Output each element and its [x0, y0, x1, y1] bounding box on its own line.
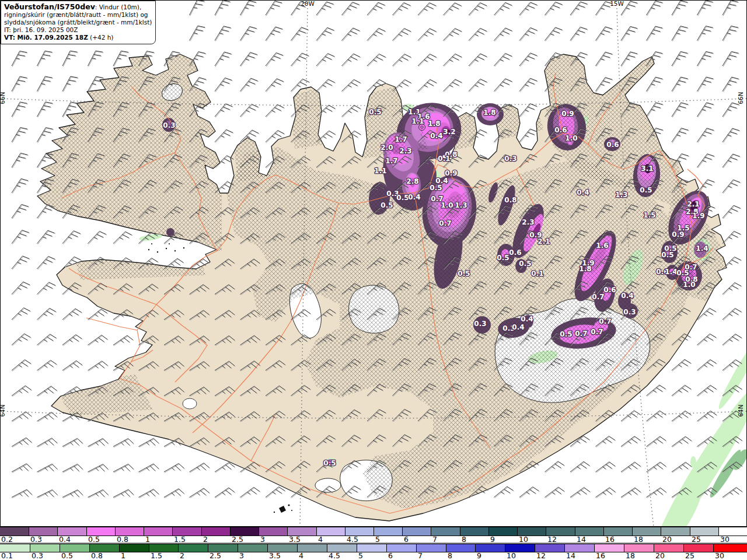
- precip-value-label: 0.5: [497, 254, 509, 262]
- colorbar-tick-label: 25: [685, 552, 694, 559]
- colorbar-tick-label: 1.5: [151, 552, 162, 559]
- weather-map-stage: 20W15W66N66N64N64N 0.51.11.61.11.83.20.4…: [0, 0, 747, 560]
- colorbar-tick-label: 14: [566, 552, 575, 559]
- precip-value-label: 0.5: [661, 251, 673, 259]
- precip-value-label: 2.8: [406, 177, 418, 186]
- precip-value-label: 0.9: [561, 110, 574, 118]
- precip-value-label: 3.2: [443, 128, 455, 136]
- colorbar-tick-label: 2: [203, 536, 208, 543]
- colorbar-tick-label: 10: [519, 536, 528, 543]
- precip-value-label: 1.0: [565, 134, 577, 142]
- precip-value-label: 0.9: [672, 230, 684, 239]
- precip-value-label: 0.4: [430, 132, 442, 140]
- colorbar-segment: [57, 527, 86, 536]
- precip-value-label: 1.4: [696, 244, 708, 253]
- colorbar-segment: [632, 527, 661, 536]
- colorbar-tick-label: 2: [180, 552, 184, 559]
- parallel-label: 64N: [737, 404, 744, 416]
- colorbar-tick-label: 1.5: [174, 536, 186, 543]
- colorbar-tick-label: 3: [260, 536, 265, 543]
- colorbar-tick-label: 25: [692, 536, 701, 543]
- colorbar-segment: [230, 527, 259, 536]
- colorbar-tick-label: 0.8: [117, 536, 128, 543]
- colorbar-tick-label: 20: [662, 536, 672, 543]
- colorbar-tick-label: 4.5: [329, 552, 340, 559]
- colorbar-tick-label: 6: [404, 536, 409, 543]
- parallel-label: 66N: [737, 92, 744, 104]
- colorbar-segment: [546, 527, 575, 536]
- precip-value-label: 0.6: [554, 126, 567, 134]
- precip-value-label: 0.7: [575, 330, 587, 338]
- colorbar-tick-label: 16: [596, 552, 605, 559]
- precip-value-label: 1.3: [615, 191, 627, 199]
- colorbar-tick-label: 5: [358, 552, 363, 559]
- precip-value-label: 0.4: [408, 193, 420, 201]
- precip-value-label: 0.3: [163, 121, 175, 130]
- colorbar-tick-label: 12: [536, 552, 546, 559]
- colorbar-segment: [661, 527, 690, 536]
- parallel-label: 66N: [0, 92, 6, 104]
- colorbar-tick-label: 12: [547, 536, 557, 543]
- precip-value-label: 1.7: [395, 135, 407, 144]
- precip-value-label: 1.5: [643, 211, 655, 219]
- precip-value-label: 0.5: [458, 270, 470, 278]
- colorbar-segment: [374, 527, 402, 536]
- precip-value-label: 0.6: [606, 141, 619, 149]
- colorbar-tick-label: 4: [299, 552, 303, 559]
- colorbar-segment: [575, 527, 603, 536]
- colorbar-tick-label: 30: [720, 536, 729, 543]
- colorbar-tick-label: 3.5: [269, 552, 281, 559]
- colorbar-tick-label: 9: [477, 552, 481, 559]
- colorbar-tick-label: 18: [634, 536, 643, 543]
- colorbar-tick-label: 4: [318, 536, 323, 543]
- precip-value-label: 0.1: [531, 270, 543, 278]
- precip-value-label: 2.1: [537, 237, 550, 246]
- colorbar-tick-label: 30: [715, 552, 724, 559]
- colorbar-segment: [86, 527, 115, 536]
- colorbar-segment: [287, 527, 316, 536]
- precip-value-label: 1.9: [692, 212, 704, 220]
- precip-value-label: 0.6: [603, 286, 616, 294]
- precip-value-label: 0.9: [445, 169, 457, 177]
- precip-value-label: 1.8: [579, 265, 591, 273]
- colorbar-segment: [259, 527, 287, 536]
- parallel-label: 64N: [0, 404, 6, 416]
- precip-value-label: 0.4: [512, 323, 524, 331]
- colorbar-tick-label: 5: [375, 536, 380, 543]
- precip-value-label: 2.3: [522, 218, 534, 226]
- colorbar-segment: [345, 527, 374, 536]
- colorbar-segment: [517, 527, 546, 536]
- colorbar-segment: [690, 527, 718, 536]
- precip-value-label: 1.0: [683, 281, 695, 289]
- precip-value-label: 0.5: [519, 260, 531, 268]
- colorbar-tick-label: 18: [626, 552, 635, 559]
- colorbar-tick-label: 0.5: [88, 536, 100, 543]
- colorbar-tick-label: 16: [605, 536, 615, 543]
- colorbar-tick-label: 0.8: [91, 552, 103, 559]
- precip-value-label: 0.4: [577, 188, 589, 197]
- colorbar-tick-label: 3.5: [289, 536, 301, 543]
- colorbar-sleet-snow-ticks: 0.20.30.40.50.811.522.533.544.5567891012…: [0, 537, 747, 544]
- precip-value-label: 0.7: [599, 317, 611, 326]
- precip-value-label: 2.3: [399, 147, 411, 155]
- precip-value-label: 0.4: [521, 315, 533, 323]
- precip-value-label: 1.1: [374, 167, 386, 175]
- colorbar-segment: [172, 527, 201, 536]
- colorbar-tick-label: 2.5: [232, 536, 243, 543]
- precip-value-label: 1.6: [596, 242, 608, 250]
- colorbar-tick-label: 7: [432, 536, 437, 543]
- colorbar-tick-label: 0.2: [1, 536, 13, 543]
- colorbar-tick-label: 1: [121, 552, 125, 559]
- precip-value-label: 1.1: [411, 117, 424, 125]
- precip-value-label: 0.5: [640, 186, 652, 194]
- precip-value-label: 2.1: [687, 200, 699, 208]
- colorbar-tick-label: 2.5: [210, 552, 221, 559]
- precip-value-label: 0.5: [381, 201, 393, 209]
- colorbar-tick-label: 14: [577, 536, 586, 543]
- precip-value-label: 1.8: [483, 108, 495, 117]
- colorbar-segment: [603, 527, 632, 536]
- precip-value-label: 0.6: [509, 249, 521, 257]
- colorbar-segment: [718, 527, 747, 536]
- colorbar-tick-label: 0.4: [59, 536, 71, 543]
- legend-line-3: slydda/snjókoma (grátt/bleikt/grænt - mm…: [4, 19, 152, 26]
